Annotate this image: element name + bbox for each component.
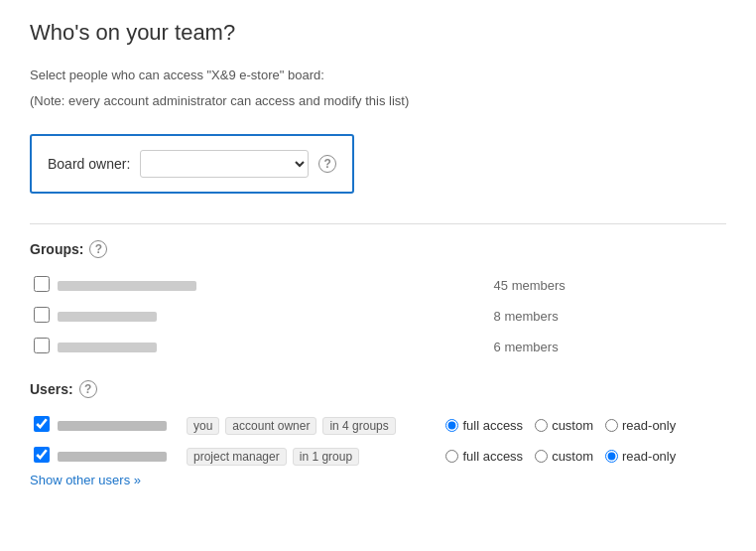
description-line2: (Note: every account administrator can a…	[30, 91, 726, 111]
radio-custom-1[interactable]	[535, 419, 548, 432]
group-members-2: 8 members	[490, 301, 726, 332]
user-access-2: full access custom read-only	[445, 449, 722, 464]
user-tags-2: project manager in 1 group	[187, 448, 438, 466]
user-checkbox-1[interactable]	[34, 416, 50, 432]
radio-custom-2[interactable]	[535, 450, 548, 463]
group-checkbox-3[interactable]	[34, 338, 50, 353]
user-name-bar-2	[58, 452, 167, 462]
divider-1	[30, 223, 726, 224]
readonly-label-2: read-only	[622, 449, 676, 464]
group-checkbox-2[interactable]	[34, 307, 50, 323]
users-section: Users: ? you account owner in 4 groups	[30, 380, 726, 487]
description-line1: Select people who can access "X&9 e-stor…	[30, 66, 726, 85]
user-access-full-2[interactable]: full access	[445, 449, 523, 464]
group-name-bar-2	[58, 312, 157, 322]
group-name-bar-1	[58, 281, 196, 291]
radio-full-access-2[interactable]	[445, 450, 458, 463]
user-row-1: you account owner in 4 groups full acces…	[30, 410, 726, 441]
user-access-readonly-1[interactable]: read-only	[605, 418, 676, 433]
user-access-custom-1[interactable]: custom	[535, 418, 593, 433]
readonly-label-1: read-only	[622, 418, 676, 433]
user-name-bar-1	[58, 421, 167, 431]
users-label: Users:	[30, 381, 73, 397]
board-owner-section: Board owner: ?	[30, 134, 354, 194]
radio-readonly-2[interactable]	[605, 450, 618, 463]
user-access-readonly-2[interactable]: read-only	[605, 449, 676, 464]
groups-label: Groups:	[30, 241, 83, 257]
users-table: you account owner in 4 groups full acces…	[30, 410, 726, 472]
user-tag-in-4-groups: in 4 groups	[322, 417, 395, 435]
radio-readonly-1[interactable]	[605, 419, 618, 432]
full-access-label-1: full access	[462, 418, 523, 433]
user-access-custom-2[interactable]: custom	[535, 449, 593, 464]
page-title: Who's on your team?	[30, 20, 726, 46]
board-owner-label: Board owner:	[48, 156, 130, 172]
full-access-label-2: full access	[462, 449, 523, 464]
user-checkbox-2[interactable]	[34, 447, 50, 463]
custom-label-2: custom	[552, 449, 593, 464]
user-tag-you: you	[187, 417, 219, 435]
group-row-3: 6 members	[30, 332, 726, 362]
user-tag-in-1-group: in 1 group	[293, 448, 359, 466]
user-tags-1: you account owner in 4 groups	[187, 417, 438, 435]
groups-header: Groups: ?	[30, 240, 726, 258]
user-tag-project-manager: project manager	[187, 448, 287, 466]
show-other-users-link[interactable]: Show other users »	[30, 473, 141, 487]
user-row-2: project manager in 1 group full access c…	[30, 441, 726, 472]
board-owner-help-icon[interactable]: ?	[318, 155, 336, 173]
radio-full-access-1[interactable]	[445, 419, 458, 432]
group-checkbox-1[interactable]	[34, 276, 50, 292]
group-name-bar-3	[58, 343, 157, 352]
group-row-1: 45 members	[30, 270, 726, 301]
groups-table: 45 members 8 members 6 members	[30, 270, 726, 362]
groups-help-icon[interactable]: ?	[89, 240, 107, 258]
users-help-icon[interactable]: ?	[79, 380, 97, 398]
user-tag-account-owner: account owner	[225, 417, 316, 435]
group-row-2: 8 members	[30, 301, 726, 332]
board-owner-select[interactable]	[140, 150, 309, 178]
group-members-3: 6 members	[490, 332, 726, 362]
user-access-1: full access custom read-only	[445, 418, 722, 433]
user-access-full-1[interactable]: full access	[445, 418, 523, 433]
custom-label-1: custom	[552, 418, 593, 433]
group-members-1: 45 members	[490, 270, 726, 301]
users-header: Users: ?	[30, 380, 726, 398]
